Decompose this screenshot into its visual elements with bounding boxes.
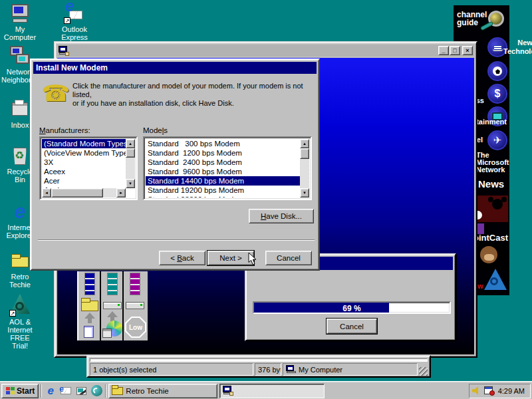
gauge-bar-blue	[84, 273, 95, 295]
close-button[interactable]: ×	[462, 46, 473, 55]
icon-label: Retro Techie	[1, 273, 39, 289]
vertical-scrollbar[interactable]: ▲ ▼	[126, 139, 135, 188]
channel-label-news[interactable]: News	[478, 178, 504, 190]
list-item[interactable]: Standard 9600 bps Modem	[146, 167, 300, 176]
folder-window: 1 object(s) selected 376 byte My Compute…	[86, 355, 431, 378]
list-item-selected[interactable]: (Standard Modem Types)	[42, 139, 126, 148]
cancel-button[interactable]: Cancel	[265, 251, 312, 265]
models-listbox[interactable]: Standard 300 bps Modem Standard 1200 bps…	[143, 136, 312, 200]
list-item[interactable]: Acer	[42, 176, 126, 186]
desktop: My Computer e ↗ Outlook Express Network …	[0, 0, 532, 399]
inbox-icon	[9, 98, 31, 120]
status-bar: 1 object(s) selected 376 byte My Compute…	[90, 363, 428, 376]
scroll-left-icon[interactable]: ◄	[42, 188, 51, 198]
manufacturers-label: Manufacturers:	[39, 126, 90, 134]
scroll-thumb[interactable]	[126, 148, 135, 158]
progress-percent-label: 69 %	[254, 304, 450, 313]
icon-label: Outlook Express	[56, 25, 93, 41]
list-item[interactable]: Standard 19200 bps Modem	[146, 186, 300, 195]
channel-business-icon[interactable]: $	[487, 84, 507, 104]
mouse-cursor	[248, 252, 257, 267]
my-computer-icon	[286, 365, 296, 374]
resize-grip[interactable]	[419, 367, 428, 376]
folder-icon	[9, 250, 31, 271]
channel-label-news-technology[interactable]: News & Technology	[497, 39, 532, 56]
status-size-field: 376 byte	[255, 363, 281, 376]
list-item[interactable]: Aceex	[42, 167, 126, 176]
shortcut-arrow-icon: ↗	[64, 17, 70, 24]
dollar-icon: $	[495, 88, 501, 100]
system-tray: 4:29 AM	[469, 384, 531, 398]
list-item[interactable]: Standard 28800 bps Modem	[146, 195, 300, 198]
status-location-field: My Computer	[283, 363, 418, 376]
task-button-hardware-wizard[interactable]	[219, 384, 325, 398]
start-button[interactable]: Start	[1, 384, 39, 398]
dialog-instructions: Click the manufacturer and model of your…	[72, 82, 316, 108]
network-neighborhood-icon	[9, 45, 31, 66]
copy-column-source	[78, 271, 101, 340]
progress-bar: 69 %	[253, 301, 451, 314]
quicklaunch-view-channels-icon[interactable]	[90, 384, 103, 398]
list-item[interactable]: Standard 1200 bps Modem	[146, 148, 300, 158]
dialog-titlebar[interactable]: Install New Modem	[33, 62, 317, 74]
scroll-up-icon[interactable]: ▲	[300, 139, 309, 148]
shortcut-arrow-icon: ↗	[9, 310, 16, 317]
outlook-express-icon: e ↗	[64, 3, 85, 24]
scroll-thumb[interactable]	[300, 148, 309, 159]
desktop-icon-outlook-express[interactable]: e ↗ Outlook Express	[56, 3, 93, 41]
quicklaunch-show-desktop-icon[interactable]	[74, 384, 88, 398]
taskbar-divider	[41, 384, 42, 398]
list-item[interactable]: 3X	[42, 158, 126, 167]
channel-aol-icon[interactable]	[484, 269, 507, 291]
hardware-wizard-icon	[59, 46, 69, 56]
list-item-selected[interactable]: Standard 14400 bps Modem	[146, 176, 300, 186]
quicklaunch-outlook-express-icon[interactable]: e	[59, 384, 72, 398]
scroll-down-icon[interactable]: ▼	[300, 188, 309, 198]
horizontal-scrollbar[interactable]: ◄ ►	[42, 188, 126, 198]
telephone-icon: ☎	[42, 80, 70, 106]
task-button-label: Retro Techie	[126, 387, 168, 395]
have-disk-button[interactable]: Have Disk...	[249, 209, 314, 223]
progress-cancel-button[interactable]: Cancel	[327, 319, 377, 334]
clock[interactable]: 4:29 AM	[498, 387, 525, 395]
next-button[interactable]: Next >	[207, 251, 254, 265]
task-button-retro-techie[interactable]: Retro Techie	[108, 384, 217, 398]
separator	[38, 239, 315, 241]
channel-label-aol-w: w	[477, 282, 483, 290]
scroll-thumb[interactable]	[51, 188, 103, 198]
magnifier-icon[interactable]	[483, 11, 507, 33]
desktop-icon-my-computer[interactable]: My Computer	[1, 3, 39, 41]
start-label: Start	[17, 386, 35, 396]
task-scheduler-icon[interactable]	[484, 386, 495, 396]
maximize-button[interactable]: □	[450, 46, 460, 55]
aol-triangle-icon: ↗	[9, 293, 31, 317]
manufacturers-listbox[interactable]: (Standard Modem Types) (VoiceView Modem …	[39, 136, 138, 200]
drive-icon	[103, 302, 122, 309]
minimize-button[interactable]: _	[438, 46, 449, 55]
vertical-scrollbar[interactable]: ▲ ▼	[300, 139, 309, 198]
scroll-up-icon[interactable]: ▲	[126, 139, 135, 148]
status-selection-field: 1 object(s) selected	[90, 363, 253, 376]
file-copy-panel: Low	[77, 271, 148, 340]
list-item[interactable]: Standard 2400 bps Modem	[146, 158, 300, 167]
channel-travel-icon[interactable]: ✈	[487, 130, 507, 150]
models-label: Models	[143, 126, 168, 134]
status-location-label: My Computer	[299, 366, 342, 374]
scroll-right-icon[interactable]: ►	[116, 188, 126, 198]
channel-sports-icon[interactable]	[487, 61, 507, 81]
scroll-down-icon[interactable]: ▼	[126, 179, 135, 188]
my-computer-icon	[9, 3, 31, 24]
folder-icon	[81, 301, 98, 311]
quicklaunch-internet-explorer-icon[interactable]: e	[44, 384, 57, 398]
gauge-bar-teal	[107, 273, 118, 295]
setup-window-titlebar[interactable]: _ □ ×	[57, 45, 474, 57]
list-item[interactable]: Standard 300 bps Modem	[146, 139, 300, 148]
soccer-ball-icon	[493, 66, 502, 76]
channel-label-msn[interactable]: The Microsoft Network	[476, 152, 509, 174]
hardware-wizard-icon	[223, 386, 233, 396]
volume-icon[interactable]	[472, 386, 481, 395]
desktop-icon-aol-trial[interactable]: ↗ AOL & Internet FREE Trial!	[1, 293, 39, 350]
back-button[interactable]: < Back	[159, 251, 205, 265]
dialog-title: Install New Modem	[36, 63, 108, 72]
list-item[interactable]: (VoiceView Modem Types)	[42, 148, 126, 158]
